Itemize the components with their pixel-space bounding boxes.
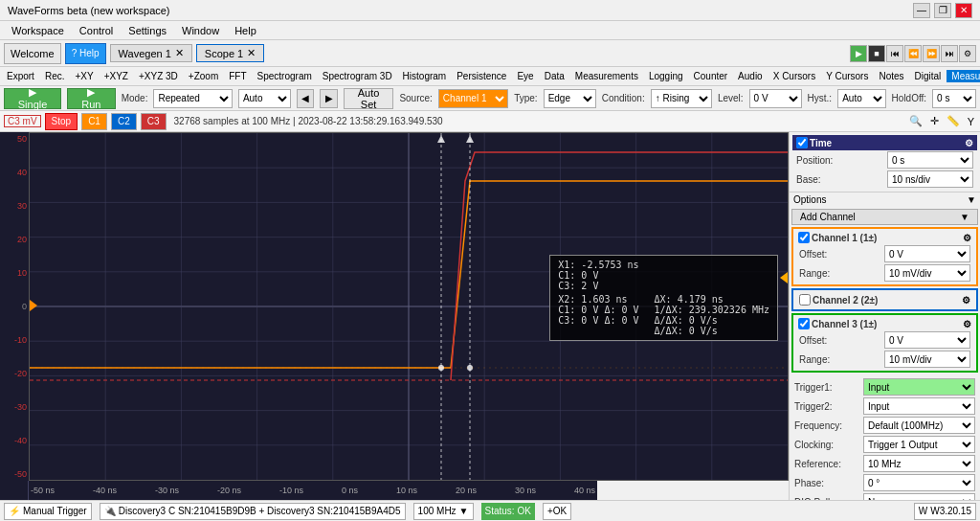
autoset-button[interactable]: Auto Set — [344, 88, 394, 109]
ch2-checkbox[interactable] — [799, 294, 811, 306]
manual-trigger-button[interactable]: ⚡ Manual Trigger — [4, 503, 92, 520]
time-checkbox[interactable] — [796, 137, 808, 148]
holdoff-select[interactable]: 0 s — [932, 89, 976, 108]
close-button[interactable]: ✕ — [955, 3, 972, 18]
time-settings-icon[interactable]: ⚙ — [965, 138, 973, 148]
base-select[interactable]: 10 ns/div — [887, 170, 973, 188]
ch1-range-select[interactable]: 10 mV/div — [884, 264, 970, 282]
tab-rec[interactable]: Rec. — [40, 70, 70, 82]
help-button[interactable]: ? Help — [65, 43, 106, 64]
menu-window[interactable]: Window — [174, 24, 227, 37]
single-button[interactable]: ▶ Single — [4, 88, 61, 109]
maximize-button[interactable]: ❐ — [934, 3, 951, 18]
condition-select[interactable]: ↑ Rising↓ Falling — [651, 89, 712, 108]
tab-logging[interactable]: Logging — [644, 70, 688, 82]
menu-workspace[interactable]: Workspace — [4, 24, 72, 37]
tab-spectrogram3d[interactable]: Spectrogram 3D — [318, 70, 397, 82]
phase-select[interactable]: 0 ° — [863, 474, 975, 491]
y-label-n50: -50 — [2, 469, 27, 479]
prev-start-button[interactable]: ⏮ — [886, 45, 903, 62]
c2-button[interactable]: C2 — [111, 113, 137, 130]
ch3-settings-icon[interactable]: ⚙ — [963, 319, 971, 329]
level-select[interactable]: 0 V — [749, 89, 802, 108]
auto-select[interactable]: Auto — [238, 89, 291, 108]
tab-measurements[interactable]: Measurements — [570, 70, 643, 82]
settings-button[interactable]: ⚙ — [959, 45, 976, 62]
menu-help[interactable]: Help — [227, 24, 264, 37]
add-channel-button[interactable]: Add Channel ▼ — [791, 209, 978, 225]
increment-button[interactable]: ▶ — [320, 89, 337, 108]
tab-xcursors[interactable]: X Cursors — [768, 70, 820, 82]
y-icon[interactable]: Y — [966, 116, 976, 127]
scope-close-icon[interactable]: ✕ — [247, 47, 256, 59]
dio-row: DIO Pull: None — [792, 492, 977, 500]
tab-notes[interactable]: Notes — [874, 70, 908, 82]
run-button[interactable]: ▶ Run — [67, 88, 116, 109]
ch1-checkbox[interactable] — [798, 232, 810, 243]
position-select[interactable]: 0 s — [887, 151, 973, 169]
tab-persistence[interactable]: Persistence — [452, 70, 511, 82]
ch3-checkbox[interactable] — [798, 318, 810, 329]
stop-play-button[interactable]: ■ — [868, 45, 885, 62]
x-labels: -50 ns -40 ns -30 ns -20 ns -10 ns 0 ns … — [29, 481, 597, 500]
tab-histogram[interactable]: Histogram — [398, 70, 452, 82]
c1-button[interactable]: C1 — [81, 113, 107, 130]
meas-c3-x1: C3: 2 V — [558, 281, 769, 291]
zoom-icon[interactable]: 🔍 — [907, 115, 924, 127]
scope-display[interactable]: X1: -2.5753 ns C1: 0 V C3: 2 V X2: 1.603… — [29, 132, 789, 481]
next-end-button[interactable]: ⏭ — [941, 45, 958, 62]
tab-digital[interactable]: Digital — [910, 70, 947, 82]
tab-data[interactable]: Data — [540, 70, 569, 82]
decrement-button[interactable]: ◀ — [297, 89, 314, 108]
scope-tab[interactable]: Scope 1 ✕ — [196, 44, 264, 62]
tab-xyz[interactable]: +XYZ — [100, 70, 133, 82]
x-label-10: 10 ns — [396, 486, 417, 495]
reference-row: Reference: 10 MHz — [792, 454, 977, 473]
tab-ycursors[interactable]: Y Cursors — [821, 70, 873, 82]
menu-control[interactable]: Control — [72, 24, 121, 37]
c3-button[interactable]: C3 — [141, 113, 167, 130]
ch2-settings-icon[interactable]: ⚙ — [962, 295, 970, 306]
welcome-button[interactable]: Welcome — [4, 43, 61, 64]
tab-zoom[interactable]: +Zoom — [184, 70, 223, 82]
tab-fft[interactable]: FFT — [224, 70, 251, 82]
tab-eye[interactable]: Eye — [512, 70, 538, 82]
options-expand-icon: ▼ — [967, 194, 976, 205]
minimize-button[interactable]: — — [913, 3, 930, 18]
tab-xyz3d[interactable]: +XYZ 3D — [134, 70, 183, 82]
freq-select[interactable]: Default (100MHz) — [863, 417, 975, 434]
ch1-settings-icon[interactable]: ⚙ — [963, 233, 971, 243]
play-button[interactable]: ▶ — [850, 45, 867, 62]
tab-export[interactable]: Export — [2, 70, 39, 82]
prev-button[interactable]: ⏪ — [904, 45, 922, 62]
trig1-select[interactable]: Input — [863, 378, 975, 396]
ch3-range-select[interactable]: 10 mV/div — [884, 351, 970, 368]
wavegen-tab[interactable]: Wavegen 1 ✕ — [110, 44, 192, 62]
x-label-30: 30 ns — [515, 486, 536, 495]
freq-row: Frequency: Default (100MHz) — [792, 416, 977, 435]
type-select[interactable]: Edge — [544, 89, 596, 108]
frequency-display[interactable]: 100 MHz ▼ — [413, 503, 474, 520]
cursor-icon[interactable]: ✛ — [928, 115, 941, 127]
mode-select[interactable]: RepeatedSingleNormal — [153, 89, 232, 108]
ch1-offset-select[interactable]: 0 V — [884, 245, 970, 262]
ch3-offset-select[interactable]: 0 V — [884, 331, 970, 349]
options-row[interactable]: Options ▼ — [790, 193, 980, 207]
trig2-select[interactable]: Input — [863, 397, 975, 415]
wavegen-close-icon[interactable]: ✕ — [175, 47, 184, 59]
reference-select[interactable]: 10 MHz — [863, 455, 975, 472]
hyst-select[interactable]: Auto — [837, 89, 885, 108]
dio-select[interactable]: None — [863, 493, 975, 500]
tab-xy[interactable]: +XY — [70, 70, 98, 82]
tab-spectrogram[interactable]: Spectrogram — [253, 70, 317, 82]
clocking-select[interactable]: Trigger 1 Output — [863, 436, 975, 453]
measure-icon[interactable]: 📏 — [945, 115, 962, 127]
plus-ok-button[interactable]: +OK — [543, 503, 571, 520]
next-button[interactable]: ⏩ — [923, 45, 940, 62]
menu-settings[interactable]: Settings — [121, 24, 174, 37]
source-select[interactable]: Channel 1Channel 2 — [438, 89, 508, 108]
tab-counter[interactable]: Counter — [689, 70, 733, 82]
tab-measurements2[interactable]: Measurements — [947, 70, 980, 82]
tab-audio[interactable]: Audio — [733, 70, 768, 82]
stop-button[interactable]: Stop — [45, 113, 78, 130]
